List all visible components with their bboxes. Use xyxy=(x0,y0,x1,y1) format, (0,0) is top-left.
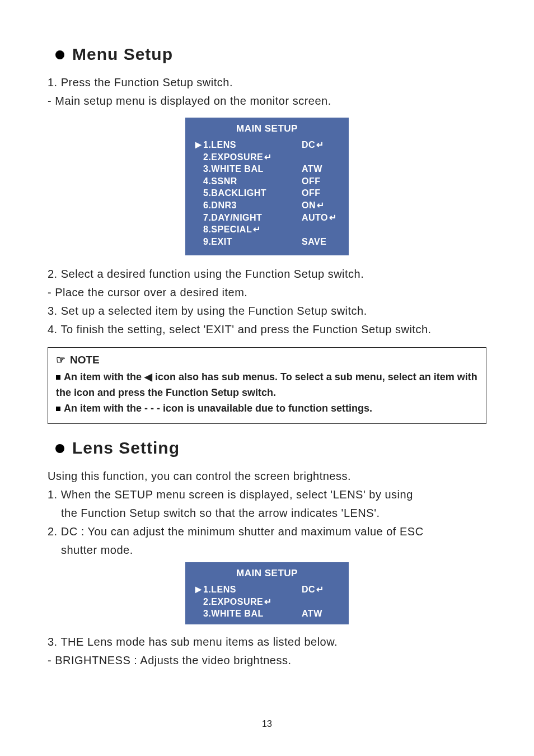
cursor-icon: ▶ xyxy=(195,139,203,150)
note-line-2: An item with the - - - icon is unavailab… xyxy=(56,401,478,417)
enter-icon: ↵ xyxy=(316,584,324,596)
osd-label: 1.LENS xyxy=(203,139,302,151)
document-page: Menu Setup 1. Press the Function Setup s… xyxy=(0,0,534,756)
lens-step-2b: shutter mode. xyxy=(48,542,486,559)
osd-row: 8.SPECIAL ↵ xyxy=(195,223,339,236)
enter-icon: ↵ xyxy=(316,139,324,151)
cursor-icon: ▶ xyxy=(195,584,203,595)
square-bullet-icon xyxy=(56,407,60,411)
heading-text: Lens Setting xyxy=(72,438,180,458)
enter-icon: ↵ xyxy=(264,596,272,608)
osd-value: DC ↵ xyxy=(302,584,339,596)
osd-row: 2.EXPOSURE ↵ xyxy=(195,151,339,164)
note-title-text: NOTE xyxy=(70,354,100,366)
heading-text: Menu Setup xyxy=(72,45,173,64)
osd-label: 8.SPECIAL ↵ xyxy=(203,223,302,236)
step-4: 4. To finish the setting, select 'EXIT' … xyxy=(48,321,486,338)
osd-row: 5.BACKLIGHTOFF xyxy=(195,187,339,199)
note-line-1-pre: An item with the xyxy=(64,371,144,382)
osd-row: 7.DAY/NIGHTAUTO ↵ xyxy=(195,212,339,224)
heading-menu-setup: Menu Setup xyxy=(48,45,486,64)
osd-row: 9.EXITSAVE xyxy=(195,236,339,248)
osd-value: ATW xyxy=(302,163,339,175)
osd-label: 7.DAY/NIGHT xyxy=(203,212,302,224)
hand-icon: ☞ xyxy=(56,353,65,366)
osd-label: 9.EXIT xyxy=(203,236,302,248)
osd-row: 3.WHITE BALATW xyxy=(195,163,339,175)
osd-main-setup-2: MAIN SETUP ▶1.LENSDC ↵2.EXPOSURE ↵3.WHIT… xyxy=(185,562,349,624)
osd-value: ON ↵ xyxy=(302,199,339,212)
enter-icon: ↵ xyxy=(253,223,261,236)
step-1-sub: - Main setup menu is displayed on the mo… xyxy=(48,92,486,110)
osd-label: 5.BACKLIGHT xyxy=(203,187,302,199)
osd-label: 2.EXPOSURE ↵ xyxy=(203,596,302,608)
osd-value: OFF xyxy=(302,175,339,188)
osd-label: 2.EXPOSURE ↵ xyxy=(203,151,302,164)
lens-intro: Using this function, you can control the… xyxy=(48,468,486,485)
lens-step-4: - BRIGHTNESS : Adjusts the video brightn… xyxy=(48,652,486,669)
left-arrow-icon: ◀ xyxy=(144,371,152,382)
bullet-icon xyxy=(55,444,64,453)
osd-label: 4.SSNR xyxy=(203,175,302,188)
osd-label: 1.LENS xyxy=(203,584,302,596)
lens-step-1b: the Function Setup switch so that the ar… xyxy=(48,505,486,522)
osd-value: OFF xyxy=(302,187,339,199)
note-title: ☞ NOTE xyxy=(56,353,478,366)
osd-row: 2.EXPOSURE ↵ xyxy=(195,596,339,608)
enter-icon: ↵ xyxy=(329,212,337,224)
step-2-sub: - Place the cursor over a desired item. xyxy=(48,284,486,301)
osd-rows: ▶1.LENSDC ↵2.EXPOSURE ↵3.WHITE BALATW xyxy=(195,584,339,620)
osd-label: 3.WHITE BAL xyxy=(203,608,302,620)
bullet-icon xyxy=(55,50,64,59)
osd-value: SAVE xyxy=(302,236,339,248)
osd-row: ▶1.LENSDC ↵ xyxy=(195,584,339,596)
enter-icon: ↵ xyxy=(264,151,272,164)
enter-icon: ↵ xyxy=(317,199,325,212)
step-1: 1. Press the Function Setup switch. xyxy=(48,74,486,91)
osd-value: ATW xyxy=(302,608,339,620)
lens-step-3: 3. THE Lens mode has sub menu items as l… xyxy=(48,633,486,651)
osd-title: MAIN SETUP xyxy=(195,568,339,579)
note-line-2-text: An item with the - - - icon is unavailab… xyxy=(64,403,372,414)
osd-row: 6.DNR3ON ↵ xyxy=(195,199,339,212)
lens-step-1a: 1. When the SETUP menu screen is display… xyxy=(48,486,486,503)
osd-rows: ▶1.LENSDC ↵2.EXPOSURE ↵3.WHITE BALATW4.S… xyxy=(195,139,339,248)
osd-row: ▶1.LENSDC ↵ xyxy=(195,139,339,151)
osd-value: AUTO ↵ xyxy=(302,212,339,224)
note-line-1: An item with the ◀ icon also has sub men… xyxy=(56,370,478,401)
lens-step-2a: 2. DC : You can adjust the minimum shutt… xyxy=(48,523,486,540)
note-box: ☞ NOTE An item with the ◀ icon also has … xyxy=(48,347,486,424)
osd-row: 3.WHITE BALATW xyxy=(195,608,339,620)
heading-lens-setting: Lens Setting xyxy=(48,438,486,458)
page-number: 13 xyxy=(0,719,534,729)
step-3: 3. Set up a selected item by using the F… xyxy=(48,302,486,320)
osd-row: 4.SSNROFF xyxy=(195,175,339,188)
osd-title: MAIN SETUP xyxy=(195,123,339,134)
osd-label: 6.DNR3 xyxy=(203,199,302,212)
osd-label: 3.WHITE BAL xyxy=(203,163,302,175)
osd-main-setup-1: MAIN SETUP ▶1.LENSDC ↵2.EXPOSURE ↵3.WHIT… xyxy=(185,118,349,255)
osd-value: DC ↵ xyxy=(302,139,339,151)
square-bullet-icon xyxy=(56,375,60,380)
step-2: 2. Select a desired function using the F… xyxy=(48,265,486,283)
